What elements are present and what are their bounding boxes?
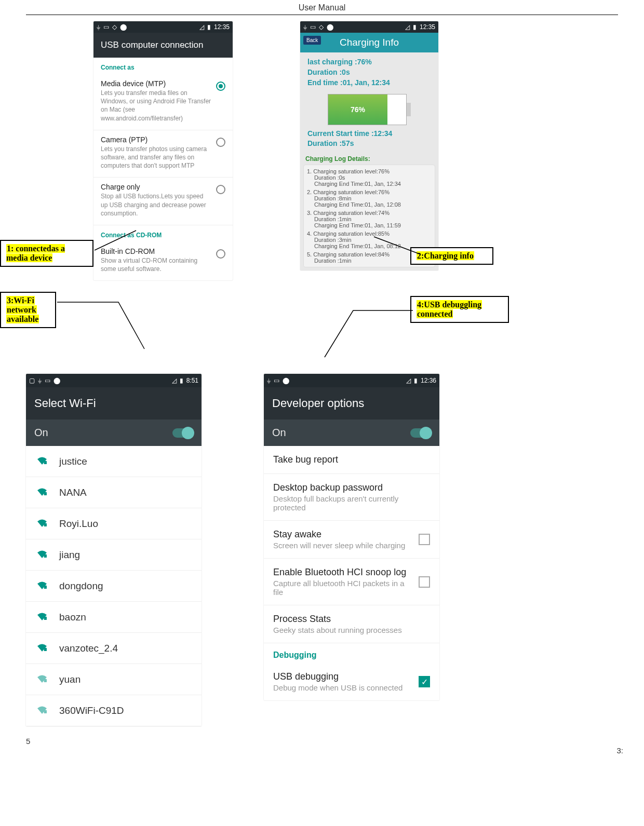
wifi-network-name: 360WiFi-C91D [59,705,124,716]
android-icon: ⬤ [120,23,127,31]
wifi-network-row[interactable]: justice [26,446,202,477]
end-time-label: End time :01, Jan, 12:34 [307,78,431,87]
dev-option-row[interactable]: Process Stats Geeky stats about running … [264,605,439,643]
wifi-network-row[interactable]: yuan [26,664,202,695]
radio-icon[interactable] [216,138,225,147]
wifi-signal-icon [36,549,48,561]
checkbox-icon[interactable] [419,576,430,588]
status-time: 12:35 [214,23,230,31]
usb-icon: ⏚ [97,23,100,31]
radio-icon[interactable] [216,249,225,259]
page-number: 5 [26,726,618,746]
option-charge-only[interactable]: Charge only Stop all USB fuctions.Lets y… [93,178,233,225]
dev-option-title: Desktop backup password [273,482,430,493]
wifi-network-row[interactable]: vanzotec_2.4 [26,633,202,664]
dev-option-title: Stay awake [273,529,411,540]
callout-line [56,297,150,359]
dev-option-usb-debugging[interactable]: USB debugging Debug mode when USB is con… [264,663,439,700]
wifi-network-row[interactable]: baozn [26,602,202,633]
dev-option-row[interactable]: Desktop backup password Desktop full bac… [264,474,439,521]
battery-icon: ▭ [310,23,316,31]
status-bar: ⏚ ▭ ⬤ ◿ ▮ 12:36 [264,374,439,387]
back-button[interactable]: Back [303,36,321,45]
charging-title-bar: Back Charging Info [300,33,438,52]
svg-rect-6 [44,586,47,589]
duration-label: Duration :0s [307,68,431,76]
dev-option-row[interactable]: Stay awake Screen will never sleep while… [264,521,439,559]
current-duration-label: Duration :57s [307,139,431,147]
option-title: Media device (MTP) [101,79,212,88]
usb-icon: ⏚ [38,377,42,384]
wifi-network-name: baozn [59,612,86,623]
battery-icon: ▭ [274,377,279,384]
wifi-network-row[interactable]: dongdong [26,571,202,602]
status-time: 12:35 [420,23,435,31]
svg-line-0 [95,231,136,250]
option-title: Camera (PTP) [101,136,212,144]
wifi-icon: ◇ [112,23,117,31]
wifi-network-row[interactable]: NANA [26,477,202,508]
wifi-icon: ◇ [319,23,324,31]
callout-line [322,306,426,363]
log-details-title: Charging Log Details: [300,153,438,165]
toggle-switch[interactable] [172,428,193,438]
checkbox-icon[interactable] [419,534,430,545]
battery-full-icon: ▮ [180,377,183,384]
status-bar: ⏚ ▭ ◇ ⬤ ◿ ▮ 12:35 [300,21,438,33]
svg-rect-7 [44,617,47,620]
usb-icon: ⏚ [303,23,307,31]
svg-rect-10 [44,710,47,713]
checkbox-icon[interactable] [419,676,430,687]
status-bar: ⏚ ▭ ◇ ⬤ ◿ ▮ 12:35 [93,21,233,33]
signal-icon: ◿ [406,377,411,384]
toggle-switch[interactable] [410,428,431,438]
dev-option-title: Take bug report [273,454,430,465]
callout-3: 3:Wi-Fi network available [0,292,56,328]
section-connect-as: Connect as [93,58,233,74]
on-label: On [34,427,48,439]
battery-graphic: 76% [328,94,411,125]
wifi-signal-icon [36,580,48,592]
wifi-network-row[interactable]: 360WiFi-C91D [26,695,202,726]
wifi-signal-icon [36,455,48,467]
option-mtp[interactable]: Media device (MTP) Lets you transfer med… [93,74,233,130]
wifi-network-name: NANA [59,487,87,498]
android-icon: ⬤ [327,23,333,31]
radio-icon[interactable] [216,82,225,91]
signal-icon: ◿ [172,377,177,384]
wifi-network-name: dongdong [59,580,103,592]
dev-option-desc: Geeky stats about running processes [273,626,430,634]
wifi-network-row[interactable]: jiang [26,539,202,571]
battery-full-icon: ▮ [207,23,211,31]
dev-option-row[interactable]: Enable Bluetooth HCI snoop log Capture a… [264,559,439,605]
dev-option-desc: Screen will never sleep while charging [273,541,411,550]
wifi-toggle-row[interactable]: On [26,419,202,446]
android-icon: ⬤ [283,377,289,384]
battery-full-icon: ▮ [414,377,418,384]
dev-title: Developer options [264,387,439,419]
svg-rect-8 [44,648,47,651]
current-start-label: Current Start time :12:34 [307,129,431,138]
status-time: 8:51 [186,377,198,384]
wifi-network-name: Royi.Luo [59,518,98,530]
wifi-network-name: jiang [59,549,80,561]
dev-option-row[interactable]: Take bug report [264,446,439,474]
page-corner-text: 3: [616,746,623,755]
wifi-network-row[interactable]: Royi.Luo [26,508,202,539]
wifi-signal-icon [36,486,48,498]
dev-option-title: Process Stats [273,614,430,625]
dev-option-desc: Capture all bluetooth HCI packets in a f… [273,579,411,597]
status-time: 12:36 [421,377,436,384]
svg-line-1 [374,237,421,254]
on-label: On [272,427,286,439]
callout-line [369,234,431,265]
option-desc: Lets you transfer media files on Windows… [101,89,212,123]
battery-full-icon: ▮ [413,23,417,31]
option-desc: Stop all USB fuctions.Lets you speed up … [101,192,212,218]
option-desc: Lets you transfer photos using camera so… [101,145,212,170]
dev-toggle-row[interactable]: On [264,419,439,446]
option-desc: Show a virtual CD-ROM containing some us… [101,256,212,273]
option-ptp[interactable]: Camera (PTP) Lets you transfer photos us… [93,130,233,178]
radio-icon[interactable] [216,185,225,194]
wifi-network-name: justice [59,456,87,467]
